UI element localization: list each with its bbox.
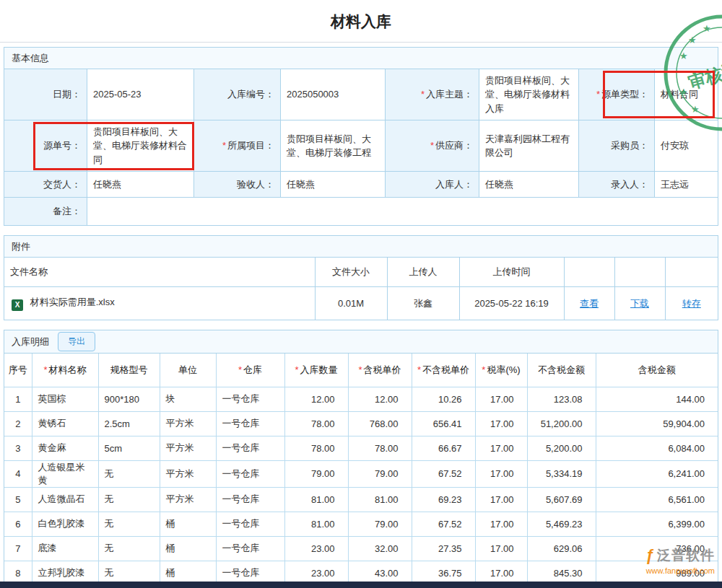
project-label: *所属项目：: [194, 120, 281, 172]
detail-cell: 桶: [160, 512, 216, 536]
detail-cell: 81.00: [284, 512, 348, 536]
attachment-uploader: 张鑫: [387, 287, 459, 320]
basic-info-grid: 日期： 2025-05-23 入库编号： 2025050003 *入库主题： 贵…: [4, 69, 718, 225]
attachments-section-header: 附件: [4, 236, 718, 258]
subject-label: *入库主题：: [386, 69, 479, 120]
detail-cell: 5,200.00: [527, 436, 596, 460]
detail-column-header: *入库数量: [284, 354, 348, 387]
detail-cell: 无: [98, 536, 160, 561]
detail-cell: 5: [4, 487, 32, 512]
date-value: 2025-05-23: [87, 69, 194, 120]
detail-cell: 黄金麻: [32, 436, 98, 460]
detail-cell: 3: [4, 436, 32, 460]
detail-cell: 无: [98, 487, 160, 512]
detail-column-header: 序号: [4, 354, 32, 387]
detail-cell: 1: [4, 387, 32, 411]
detail-cell: 4: [4, 460, 32, 487]
detail-cell: 32.00: [348, 536, 412, 561]
detail-cell: 51,200.00: [527, 411, 596, 436]
required-asterisk: *: [596, 89, 600, 100]
detail-row: 3黄金麻5cm平方米一号仓库78.0078.0066.6717.005,200.…: [4, 436, 718, 460]
detail-cell: 81.00: [348, 487, 412, 512]
required-asterisk: *: [238, 364, 242, 375]
detail-column-header: 含税金额: [596, 354, 718, 387]
source-no-value: 贵阳项目样板间、大堂、电梯厅装修材料合同: [87, 120, 194, 172]
detail-row: 2黄锈石2.5cm平方米一号仓库78.00768.00656.4117.0051…: [4, 411, 718, 436]
uploader-column-header: 上传人: [387, 258, 459, 287]
required-asterisk: *: [295, 364, 298, 375]
basic-info-section-header: 基本信息: [4, 48, 718, 69]
detail-cell: 10.26: [412, 387, 475, 411]
file-name-column-header: 文件名称: [4, 258, 315, 287]
attachment-file-size: 0.01M: [315, 287, 387, 320]
detail-cell: 无: [98, 512, 160, 536]
warehouser-label: 入库人：: [386, 172, 479, 198]
detail-cell: 6,084.00: [596, 436, 718, 460]
basic-info-section-title: 基本信息: [12, 52, 49, 65]
attachments-section-title: 附件: [12, 240, 30, 253]
detail-cell: 78.00: [284, 411, 348, 436]
inbound-no-label: 入库编号：: [194, 69, 281, 120]
detail-cell: 17.00: [475, 487, 527, 512]
detail-cell: 人造微晶石: [32, 487, 98, 512]
detail-cell: 656.41: [412, 411, 475, 436]
file-size-column-header: 文件大小: [315, 258, 387, 287]
detail-cell: 一号仓库: [216, 512, 284, 536]
detail-cell: 900*180: [98, 387, 160, 411]
required-asterisk: *: [358, 364, 362, 375]
view-link[interactable]: 查看: [580, 298, 599, 309]
detail-cell: 6,561.00: [596, 487, 718, 512]
detail-cell: 12.00: [284, 387, 348, 411]
detail-cell: 79.00: [284, 460, 348, 487]
save-as-link[interactable]: 转存: [682, 298, 701, 309]
detail-cell: 78.00: [284, 436, 348, 460]
detail-column-header: 规格型号: [98, 354, 160, 387]
bottom-bar: [0, 582, 722, 588]
detail-cell: 17.00: [475, 436, 527, 460]
detail-cell: 66.67: [412, 436, 475, 460]
action-column-header: [665, 258, 718, 287]
detail-column-header: *仓库: [216, 354, 284, 387]
attachment-row: 材料实际需用量.xlsx 0.01M 张鑫 2025-05-22 16:19 查…: [4, 287, 718, 320]
upload-time-column-header: 上传时间: [459, 258, 564, 287]
required-asterisk: *: [43, 364, 47, 375]
detail-cell: 79.00: [348, 460, 412, 487]
date-label: 日期：: [4, 69, 87, 120]
inspector-value: 任晓燕: [281, 172, 386, 198]
detail-row: 1英国棕900*180块一号仓库12.0012.0010.2617.00123.…: [4, 387, 718, 411]
excel-file-icon: [12, 299, 23, 311]
attachments-section: 附件 文件名称 文件大小 上传人 上传时间: [4, 235, 718, 320]
required-asterisk: *: [430, 140, 434, 151]
detail-cell: 黄锈石: [32, 411, 98, 436]
detail-cell: 5,334.19: [527, 460, 596, 487]
attachment-download-cell: 下载: [614, 287, 665, 320]
detail-cell: 一号仓库: [216, 436, 284, 460]
detail-cell: 123.08: [527, 387, 596, 411]
detail-column-header: *税率(%): [475, 354, 527, 387]
detail-cell: 7: [4, 536, 32, 561]
detail-cell: 81.00: [284, 487, 348, 512]
required-asterisk: *: [222, 140, 226, 151]
detail-row: 7底漆无桶一号仓库23.0032.0027.3517.00629.06736.0…: [4, 536, 718, 561]
source-type-value[interactable]: 材料合同: [655, 69, 718, 120]
detail-cell: 6,241.00: [596, 460, 718, 487]
attachments-table: 文件名称 文件大小 上传人 上传时间 材料实际需用量.xlsx: [4, 258, 718, 320]
detail-cell: 59,904.00: [596, 411, 718, 436]
detail-cell: 平方米: [160, 411, 216, 436]
detail-cell: 78.00: [348, 436, 412, 460]
attachment-upload-time: 2025-05-22 16:19: [459, 287, 564, 320]
export-button[interactable]: 导出: [58, 332, 95, 351]
detail-header-row: 序号*材料名称规格型号单位*仓库*入库数量*含税单价*不含税单价*税率(%)不含…: [4, 354, 718, 387]
detail-cell: 人造银星米黄: [32, 460, 98, 487]
detail-cell: 底漆: [32, 536, 98, 561]
detail-cell: 67.52: [412, 460, 475, 487]
required-asterisk: *: [417, 364, 421, 375]
download-link[interactable]: 下载: [630, 298, 649, 309]
page-title: 材料入库: [0, 0, 722, 42]
warehouser-value: 任晓燕: [479, 172, 579, 198]
action-column-header: [564, 258, 614, 287]
inbound-details-section-title: 入库明细: [12, 335, 49, 348]
source-type-label: *源单类型：: [579, 69, 655, 120]
detail-cell: 英国棕: [32, 387, 98, 411]
required-asterisk: *: [482, 364, 485, 375]
